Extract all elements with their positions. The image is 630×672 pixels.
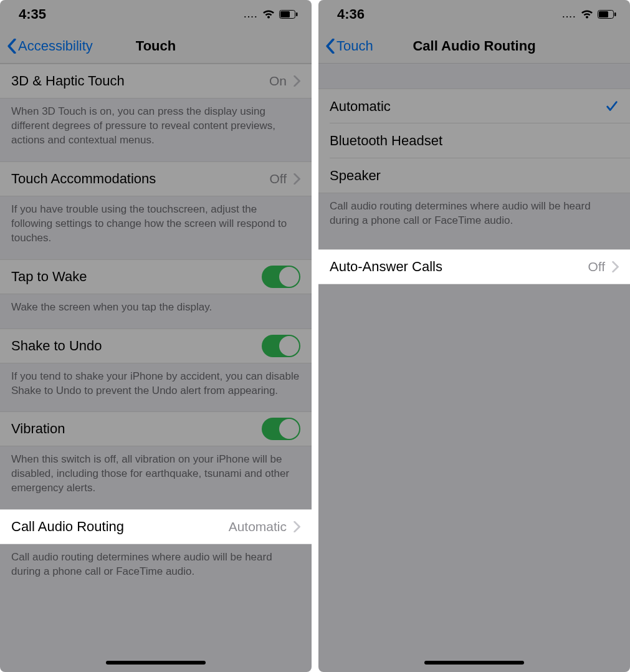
battery-icon bbox=[279, 10, 298, 19]
footer-options: Call audio routing determines where audi… bbox=[318, 193, 630, 242]
section-gap bbox=[318, 242, 630, 249]
page-title: Touch bbox=[136, 38, 176, 54]
back-label: Accessibility bbox=[18, 38, 93, 54]
cellular-dots-icon: .... bbox=[244, 10, 258, 19]
chevron-left-icon bbox=[325, 39, 335, 54]
chevron-right-icon bbox=[611, 261, 619, 272]
footer-3d: When 3D Touch is on, you can press the d… bbox=[0, 98, 312, 161]
status-time: 4:36 bbox=[337, 6, 365, 22]
battery-icon bbox=[598, 10, 616, 19]
cellular-dots-icon: .... bbox=[563, 10, 576, 19]
row-value: Off bbox=[269, 171, 287, 186]
home-indicator[interactable] bbox=[106, 661, 206, 665]
wifi-icon bbox=[262, 10, 275, 19]
row-3d-haptic-touch[interactable]: 3D & Haptic Touch On bbox=[0, 64, 312, 98]
section-gap bbox=[318, 64, 630, 89]
option-bluetooth-headset[interactable]: Bluetooth Headset bbox=[318, 123, 630, 158]
status-time: 4:35 bbox=[19, 6, 46, 22]
chevron-left-icon bbox=[7, 39, 17, 54]
nav-bar: Accessibility Touch bbox=[0, 29, 312, 64]
row-label: Touch Accommodations bbox=[11, 171, 269, 187]
status-bar: 4:36 .... bbox=[318, 0, 630, 29]
chevron-right-icon bbox=[293, 75, 300, 87]
option-label: Automatic bbox=[330, 98, 605, 115]
vibration-toggle[interactable] bbox=[262, 418, 300, 440]
row-label: Call Audio Routing bbox=[11, 519, 229, 535]
footer-ttw: Wake the screen when you tap the display… bbox=[0, 294, 312, 329]
page-title: Call Audio Routing bbox=[413, 38, 535, 54]
row-vibration: Vibration bbox=[0, 411, 312, 446]
back-label: Touch bbox=[336, 38, 373, 54]
shake-to-undo-toggle[interactable] bbox=[262, 335, 300, 357]
chevron-right-icon bbox=[293, 521, 300, 532]
tap-to-wake-toggle[interactable] bbox=[262, 266, 300, 288]
row-auto-answer-calls[interactable]: Auto-Answer Calls Off bbox=[318, 249, 630, 284]
row-tap-to-wake: Tap to Wake bbox=[0, 259, 312, 294]
row-value: Off bbox=[588, 259, 605, 274]
row-value: Automatic bbox=[229, 519, 287, 534]
touch-settings-screen: 4:35 .... Accessibility Touch 3D & Hapti… bbox=[0, 0, 312, 672]
call-audio-routing-screen: 4:36 .... Touch Call Audio Routing Autom… bbox=[318, 0, 630, 672]
option-speaker[interactable]: Speaker bbox=[318, 158, 630, 193]
row-label: Vibration bbox=[11, 421, 262, 437]
back-button[interactable]: Touch bbox=[318, 38, 373, 54]
row-touch-accommodations[interactable]: Touch Accommodations Off bbox=[0, 161, 312, 196]
option-label: Speaker bbox=[330, 168, 619, 184]
chevron-right-icon bbox=[293, 173, 300, 185]
footer-vib: When this switch is off, all vibration o… bbox=[0, 446, 312, 509]
status-bar: 4:35 .... bbox=[0, 0, 312, 29]
row-shake-to-undo: Shake to Undo bbox=[0, 329, 312, 363]
row-call-audio-routing[interactable]: Call Audio Routing Automatic bbox=[0, 509, 312, 544]
home-indicator[interactable] bbox=[424, 661, 524, 665]
svg-rect-5 bbox=[614, 12, 616, 16]
row-label: Auto-Answer Calls bbox=[330, 259, 588, 275]
footer-car: Call audio routing determines where audi… bbox=[0, 544, 312, 593]
svg-rect-2 bbox=[296, 12, 298, 16]
row-label: Shake to Undo bbox=[11, 338, 262, 354]
svg-rect-1 bbox=[280, 11, 290, 17]
footer-ta: If you have trouble using the touchscree… bbox=[0, 196, 312, 259]
checkmark-icon bbox=[605, 100, 619, 113]
nav-bar: Touch Call Audio Routing bbox=[318, 29, 630, 64]
option-label: Bluetooth Headset bbox=[330, 133, 619, 149]
row-value: On bbox=[269, 74, 287, 89]
svg-rect-4 bbox=[599, 11, 608, 17]
row-label: 3D & Haptic Touch bbox=[11, 73, 269, 89]
footer-stu: If you tend to shake your iPhone by acci… bbox=[0, 363, 312, 412]
option-automatic[interactable]: Automatic bbox=[318, 89, 630, 123]
back-button[interactable]: Accessibility bbox=[0, 38, 93, 54]
wifi-icon bbox=[581, 10, 593, 19]
row-label: Tap to Wake bbox=[11, 269, 262, 285]
